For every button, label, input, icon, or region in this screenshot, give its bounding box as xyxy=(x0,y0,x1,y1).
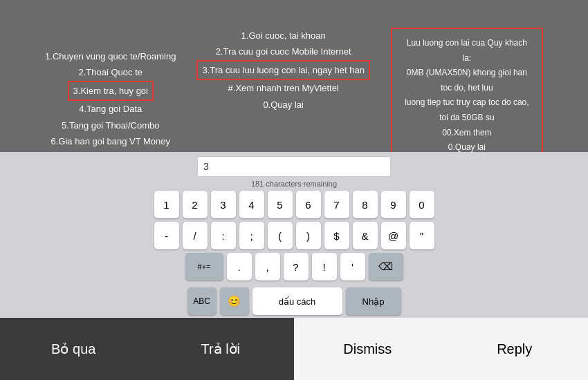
key-9[interactable]: 9 xyxy=(381,191,406,218)
right-info-line-4: 00.Xem them xyxy=(402,126,532,141)
key-exclaim[interactable]: ! xyxy=(312,253,337,281)
keyboard-row-1: 1 2 3 4 5 6 7 8 9 0 xyxy=(154,191,434,218)
reply-button[interactable]: Reply xyxy=(441,318,589,380)
left-menu-item-1: 1.Chuyen vung quoc te/Roaming xyxy=(45,48,176,64)
key-6[interactable]: 6 xyxy=(296,191,321,218)
left-menu-item-4: 4.Tang goi Data xyxy=(45,101,176,117)
key-apostrophe[interactable]: ' xyxy=(340,253,365,281)
right-info-box: Luu luong con lai cua Quy khach la: 0MB … xyxy=(391,28,543,164)
keyboard-row-3: #+= . , ? ! ' ⌫ xyxy=(185,253,403,281)
right-info-line-1: Luu luong con lai cua Quy khach la: xyxy=(402,36,532,66)
center-menu-item-4: #.Xem nhanh tren MyViettel xyxy=(196,80,369,96)
center-menu-item-2: 2.Tra cuu goi cuoc Mobile Internet xyxy=(196,44,369,59)
key-5[interactable]: 5 xyxy=(268,191,293,218)
key-at[interactable]: @ xyxy=(381,222,406,249)
key-close-paren[interactable]: ) xyxy=(296,222,321,249)
bottom-right-buttons: Dismiss Reply xyxy=(294,318,588,380)
key-return[interactable]: Nhập xyxy=(346,287,401,315)
center-menu-item-1: 1.Goi cuoc, tai khoan xyxy=(196,28,369,44)
key-quote[interactable]: " xyxy=(410,222,434,249)
bottom-left-buttons: Bỏ qua Trả lời xyxy=(0,318,294,380)
key-2[interactable]: 2 xyxy=(183,191,208,218)
dismiss-button[interactable]: Dismiss xyxy=(294,318,441,380)
keyboard-bottom-row: ABC 😊 dấu cách Nhập xyxy=(187,287,401,315)
keyboard-rows: 1 2 3 4 5 6 7 8 9 0 - / : ; ( ) $ & @ " … xyxy=(3,191,585,315)
left-menu-item-3-highlighted: 3.Kiem tra, huy goi xyxy=(45,81,176,101)
delete-key[interactable]: ⌫ xyxy=(369,253,403,281)
right-info-line-2: 0MB (UMAX50N) khong gioi han toc do, het… xyxy=(402,66,532,95)
key-1[interactable]: 1 xyxy=(154,191,179,218)
key-dash[interactable]: - xyxy=(154,222,179,249)
right-info-line-3: luong tiep tuc truy cap toc do cao, toi … xyxy=(402,95,532,125)
left-menu-item-6: 6.Gia han goi bang VT Money xyxy=(45,133,176,149)
key-dollar[interactable]: $ xyxy=(324,222,349,249)
center-menu: 1.Goi cuoc, tai khoan 2.Tra cuu goi cuoc… xyxy=(196,28,369,113)
key-period[interactable]: . xyxy=(227,253,252,281)
key-slash[interactable]: / xyxy=(183,222,208,249)
key-colon[interactable]: : xyxy=(211,222,236,249)
center-menu-item-3-highlighted: 3.Tra cuu luu luong con lai, ngay het ha… xyxy=(196,60,369,80)
key-emoji[interactable]: 😊 xyxy=(220,287,249,315)
tra-loi-button[interactable]: Trả lời xyxy=(147,318,295,380)
key-abc[interactable]: ABC xyxy=(187,287,217,315)
key-3[interactable]: 3 xyxy=(211,191,236,218)
key-hashplus[interactable]: #+= xyxy=(185,253,223,281)
keyboard-row-2: - / : ; ( ) $ & @ " xyxy=(154,222,434,249)
key-spacebar[interactable]: dấu cách xyxy=(252,287,342,315)
text-input[interactable] xyxy=(197,156,391,177)
key-0[interactable]: 0 xyxy=(410,191,434,218)
chars-remaining-label: 181 characters remaining xyxy=(3,180,585,188)
left-menu-item-5: 5.Tang goi Thoai/Combo xyxy=(45,117,176,133)
left-menu-item-2: 2.Thoai Quoc te xyxy=(45,64,176,80)
key-open-paren[interactable]: ( xyxy=(268,222,293,249)
keyboard-area: 181 characters remaining 1 2 3 4 5 6 7 8… xyxy=(0,152,588,318)
bo-qua-button[interactable]: Bỏ qua xyxy=(0,318,147,380)
key-semicolon[interactable]: ; xyxy=(239,222,264,249)
key-8[interactable]: 8 xyxy=(353,191,378,218)
key-7[interactable]: 7 xyxy=(324,191,349,218)
bottom-bar: Bỏ qua Trả lời Dismiss Reply xyxy=(0,318,588,380)
key-ampersand[interactable]: & xyxy=(353,222,378,249)
key-question[interactable]: ? xyxy=(284,253,309,281)
key-comma[interactable]: , xyxy=(255,253,280,281)
key-4[interactable]: 4 xyxy=(239,191,264,218)
center-menu-item-5: 0.Quay lai xyxy=(196,97,369,113)
